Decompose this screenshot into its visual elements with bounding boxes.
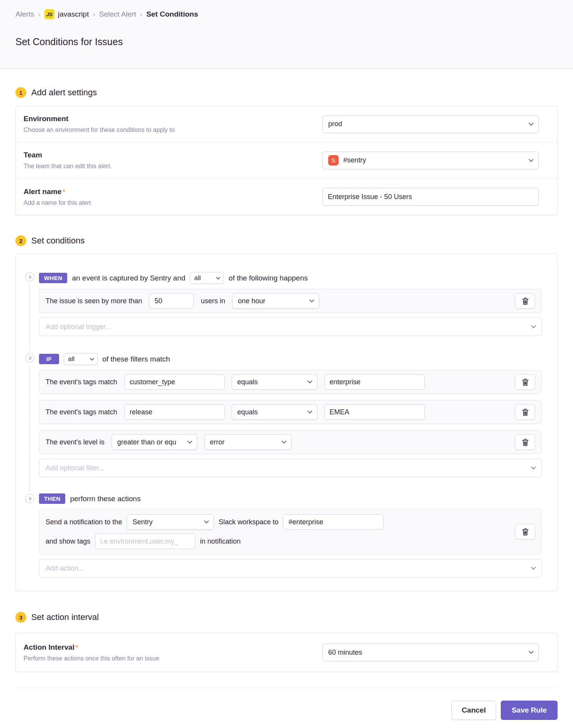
team-description: The team that can edit this alert.: [24, 163, 322, 170]
chevron-right-icon: [27, 497, 31, 500]
required-asterisk: *: [76, 644, 78, 651]
step-2-heading: 2 Set conditions: [15, 235, 558, 246]
action-line-1: Send a notification to the Sentry Slack …: [46, 514, 535, 530]
interval-select[interactable]: one hour: [232, 293, 319, 309]
tag-key-input[interactable]: [124, 374, 225, 390]
then-section: THEN perform these actions Send a notifi…: [25, 493, 542, 578]
delete-filter-button[interactable]: [515, 374, 535, 390]
tag-key-input[interactable]: [124, 404, 225, 420]
trash-icon: [522, 378, 529, 386]
when-text-before: an event is captured by Sentry and: [72, 274, 185, 282]
team-label: Team: [24, 151, 322, 159]
when-badge: WHEN: [39, 273, 67, 283]
level-filter-label: The event's level is: [46, 438, 105, 446]
tag-value-input[interactable]: [324, 374, 425, 390]
action-interval-label: Action Interval*: [24, 643, 322, 652]
chevron-down-icon: [307, 409, 312, 414]
then-text-after: perform these actions: [70, 495, 141, 503]
when-section: WHEN an event is captured by Sentry and …: [25, 272, 542, 336]
action-interval-label-col: Action Interval* Perform these actions o…: [24, 643, 322, 662]
step-3-title: Set action interval: [31, 612, 99, 622]
add-action[interactable]: Add action...: [39, 559, 542, 578]
delete-filter-button[interactable]: [515, 434, 535, 450]
tag-filter-label: The event's tags match: [46, 378, 117, 386]
level-value-select[interactable]: error: [204, 434, 292, 450]
action-interval-select[interactable]: 60 minutes: [322, 644, 539, 661]
breadcrumb-current: Set Conditions: [146, 10, 198, 19]
delete-filter-button[interactable]: [515, 404, 535, 420]
when-match-select[interactable]: all: [190, 272, 224, 284]
delete-action-button[interactable]: [515, 524, 535, 539]
user-count-input[interactable]: [149, 293, 194, 309]
workspace-select[interactable]: Sentry: [127, 514, 214, 530]
breadcrumb-project[interactable]: JS javascript: [44, 9, 89, 19]
when-text-after: of the following happens: [229, 274, 308, 282]
step-2-title: Set conditions: [31, 236, 85, 246]
trash-icon: [522, 528, 529, 535]
channel-input[interactable]: [283, 514, 383, 530]
footer-divider: [15, 688, 558, 688]
tag-filter-label: The event's tags match: [46, 408, 117, 416]
collapse-if-button[interactable]: [25, 353, 34, 363]
breadcrumb-select-alert[interactable]: Select Alert: [99, 10, 136, 19]
javascript-project-icon: JS: [44, 9, 54, 19]
chevron-down-icon: [529, 157, 534, 162]
action-text-middle: Slack workspace to: [219, 518, 278, 526]
page-title: Set Conditions for Issues: [15, 36, 558, 47]
step-1-title: Add alert settings: [31, 88, 97, 98]
add-filter-placeholder: Add optional filter...: [46, 464, 105, 472]
action-interval-value: 60 minutes: [328, 649, 362, 657]
environment-row: Environment Choose an environment for th…: [16, 106, 557, 142]
step-1-heading: 1 Add alert settings: [15, 87, 558, 98]
collapse-when-button[interactable]: [25, 272, 34, 282]
add-optional-trigger[interactable]: Add optional trigger...: [39, 318, 542, 336]
team-select[interactable]: S #sentry: [322, 152, 539, 169]
action-line-2: and show tags in notification: [46, 534, 535, 549]
alert-settings-card: Environment Choose an environment for th…: [15, 106, 558, 215]
chevron-down-icon: [187, 439, 192, 444]
collapse-then-button[interactable]: [25, 494, 34, 503]
slack-action-row: Send a notification to the Sentry Slack …: [39, 509, 542, 554]
add-action-placeholder: Add action...: [46, 564, 84, 573]
tag-value-input[interactable]: [324, 404, 425, 420]
show-tags-input[interactable]: [95, 534, 195, 549]
team-row: Team The team that can edit this alert. …: [16, 142, 557, 179]
add-optional-filter[interactable]: Add optional filter...: [39, 459, 542, 477]
level-comparison-select[interactable]: greater than or equ: [112, 434, 197, 450]
environment-description: Choose an environment for these conditio…: [24, 127, 322, 133]
breadcrumb-project-label: javascript: [58, 10, 89, 19]
alert-name-input[interactable]: [322, 188, 539, 206]
breadcrumb-separator-icon: ›: [93, 10, 95, 19]
alert-name-row: Alert name* Add a name for this alert: [16, 179, 557, 215]
tag-operator-select[interactable]: equals: [232, 374, 317, 390]
breadcrumb-separator-icon: ›: [140, 10, 142, 19]
level-filter-row: The event's level is greater than or equ…: [39, 430, 542, 454]
alert-name-description: Add a name for this alert: [24, 199, 322, 206]
chevron-down-icon: [307, 378, 312, 383]
chevron-down-icon: [529, 121, 534, 126]
save-rule-button[interactable]: Save Rule: [501, 701, 558, 720]
chevron-down-icon: [531, 565, 536, 570]
delete-trigger-button[interactable]: [515, 293, 535, 309]
step-1-number: 1: [15, 87, 26, 98]
if-match-select[interactable]: all: [64, 353, 98, 365]
environment-label: Environment: [24, 115, 322, 123]
main-content: 1 Add alert settings Environment Choose …: [0, 87, 573, 720]
trash-icon: [522, 439, 529, 446]
chevron-down-icon: [531, 323, 536, 328]
step-3-heading: 3 Set action interval: [15, 612, 558, 623]
tag-operator-select[interactable]: equals: [232, 404, 317, 420]
breadcrumb-alerts[interactable]: Alerts: [15, 10, 34, 19]
action-interval-description: Perform these actions once this often fo…: [24, 655, 322, 662]
when-row-text-before: The issue is seen by more than: [46, 297, 142, 305]
required-asterisk: *: [63, 188, 65, 196]
environment-select[interactable]: prod: [322, 115, 539, 133]
breadcrumb-separator-icon: ›: [38, 10, 41, 19]
page-header: Alerts › JS javascript › Select Alert › …: [0, 0, 573, 69]
tags-text-before: and show tags: [46, 537, 90, 546]
tag-filter-row: The event's tags match equals: [39, 400, 542, 424]
if-badge: IF: [39, 354, 59, 364]
footer-actions: Cancel Save Rule: [15, 701, 558, 720]
when-condition-row: The issue is seen by more than users in …: [39, 289, 542, 313]
cancel-button[interactable]: Cancel: [451, 701, 496, 720]
